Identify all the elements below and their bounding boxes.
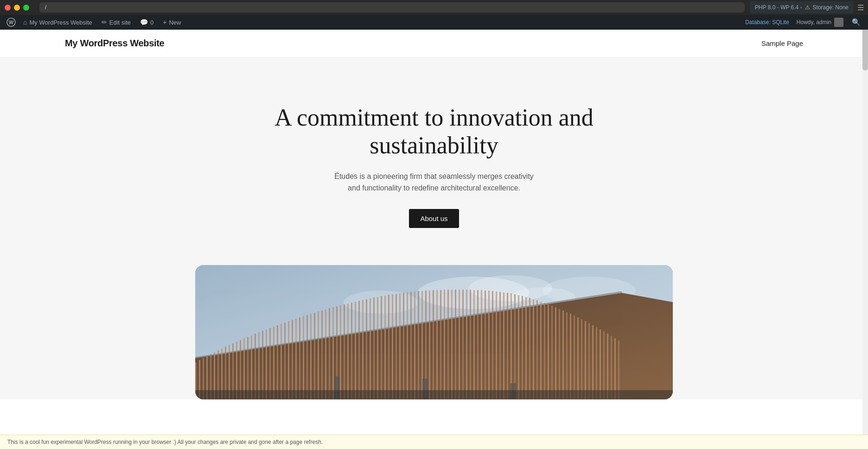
svg-rect-48 xyxy=(340,305,341,399)
svg-rect-67 xyxy=(410,292,412,399)
search-button[interactable]: 🔍 xyxy=(848,18,864,26)
svg-rect-97 xyxy=(522,296,523,399)
svg-rect-59 xyxy=(381,296,382,399)
svg-rect-115 xyxy=(588,323,590,399)
comments-icon: 💬 xyxy=(140,19,148,26)
svg-rect-85 xyxy=(477,290,479,399)
svg-rect-118 xyxy=(600,329,601,399)
svg-rect-37 xyxy=(299,317,300,399)
db-status: Database: SQLite xyxy=(742,19,792,25)
hero-section: A commitment to innovation and sustainab… xyxy=(0,57,868,265)
svg-rect-116 xyxy=(592,325,594,399)
svg-rect-68 xyxy=(414,291,415,399)
svg-rect-72 xyxy=(429,291,430,399)
svg-rect-39 xyxy=(306,315,308,399)
minimize-button[interactable] xyxy=(14,5,20,11)
svg-rect-60 xyxy=(384,296,386,399)
svg-rect-53 xyxy=(358,301,360,399)
new-label: New xyxy=(169,19,181,26)
edit-site-label: Edit site xyxy=(109,19,131,26)
svg-rect-108 xyxy=(562,310,564,399)
svg-rect-51 xyxy=(351,303,352,399)
svg-rect-109 xyxy=(566,312,568,399)
adminbar-left: W ⌂ My WordPress Website ✏ Edit site 💬 0… xyxy=(4,15,742,30)
svg-rect-87 xyxy=(485,291,486,399)
hero-subtitle: Études is a pioneering firm that seamles… xyxy=(327,171,541,194)
edit-site-item[interactable]: ✏ Edit site xyxy=(97,15,135,30)
svg-rect-121 xyxy=(611,336,612,399)
fullscreen-button[interactable] xyxy=(23,5,29,11)
nav-sample-page[interactable]: Sample Page xyxy=(761,39,803,47)
svg-rect-52 xyxy=(355,302,356,399)
bottom-bar-message: This is a cool fun experimental WordPres… xyxy=(7,439,323,445)
svg-rect-27 xyxy=(262,331,263,399)
site-nav: Sample Page xyxy=(761,39,803,47)
site-header: My WordPress Website Sample Page xyxy=(0,30,868,57)
svg-rect-101 xyxy=(536,300,538,399)
svg-rect-64 xyxy=(399,293,401,399)
hero-image xyxy=(195,265,673,399)
warning-icon: ⚠ xyxy=(805,4,810,11)
svg-rect-82 xyxy=(466,290,467,399)
close-button[interactable] xyxy=(5,5,11,11)
svg-rect-56 xyxy=(370,298,371,399)
url-bar[interactable]: / xyxy=(39,2,745,13)
svg-rect-77 xyxy=(447,290,449,399)
svg-rect-26 xyxy=(258,332,260,399)
wp-logo[interactable]: W xyxy=(4,15,19,30)
svg-rect-100 xyxy=(533,299,534,399)
svg-rect-83 xyxy=(470,290,471,399)
svg-rect-99 xyxy=(529,298,530,399)
php-wp-status: PHP 8.0 - WP 6.4 - xyxy=(755,4,802,11)
howdy-item[interactable]: Howdy, admin xyxy=(794,18,846,27)
svg-rect-105 xyxy=(551,306,553,399)
svg-rect-31 xyxy=(277,325,278,399)
svg-rect-34 xyxy=(288,321,289,399)
svg-rect-96 xyxy=(518,295,519,399)
svg-rect-117 xyxy=(596,327,597,399)
comments-item[interactable]: 💬 0 xyxy=(135,15,158,30)
storage-status: Storage: None xyxy=(813,4,849,11)
scrollbar[interactable] xyxy=(862,15,868,449)
svg-rect-106 xyxy=(555,307,556,399)
svg-rect-36 xyxy=(295,319,297,399)
bottom-bar: This is a cool fun experimental WordPres… xyxy=(0,435,868,449)
svg-rect-63 xyxy=(396,294,397,399)
svg-rect-50 xyxy=(347,304,349,399)
svg-rect-69 xyxy=(418,291,419,399)
svg-rect-84 xyxy=(473,290,475,399)
hero-title: A commitment to innovation and sustainab… xyxy=(272,104,596,159)
svg-rect-120 xyxy=(607,334,608,399)
svg-rect-55 xyxy=(366,299,367,399)
svg-rect-33 xyxy=(284,323,286,399)
svg-rect-103 xyxy=(544,303,545,399)
titlebar-menu-button[interactable]: ☰ xyxy=(853,0,868,15)
svg-rect-43 xyxy=(321,310,323,399)
my-wordpress-site-item[interactable]: ⌂ My WordPress Website xyxy=(19,15,97,30)
svg-rect-104 xyxy=(548,304,549,399)
edit-icon: ✏ xyxy=(102,19,107,26)
svg-rect-35 xyxy=(292,320,293,399)
svg-rect-110 xyxy=(570,314,571,399)
svg-rect-57 xyxy=(373,297,375,399)
svg-rect-92 xyxy=(503,292,504,399)
svg-rect-81 xyxy=(462,290,464,399)
svg-rect-88 xyxy=(488,291,490,399)
svg-rect-40 xyxy=(310,314,312,399)
svg-rect-75 xyxy=(440,290,441,399)
svg-rect-111 xyxy=(574,316,575,399)
svg-rect-74 xyxy=(436,290,438,399)
user-avatar xyxy=(834,18,843,27)
traffic-lights xyxy=(0,5,34,11)
new-item[interactable]: + New xyxy=(158,15,185,30)
svg-rect-107 xyxy=(559,309,560,399)
svg-rect-29 xyxy=(269,328,271,399)
svg-rect-46 xyxy=(332,307,334,399)
image-section xyxy=(0,265,868,399)
about-us-button[interactable]: About us xyxy=(409,209,459,228)
svg-rect-113 xyxy=(581,319,582,399)
svg-rect-128 xyxy=(195,390,673,399)
site-icon: ⌂ xyxy=(23,19,27,26)
svg-rect-76 xyxy=(444,290,445,399)
svg-rect-23 xyxy=(247,337,249,399)
